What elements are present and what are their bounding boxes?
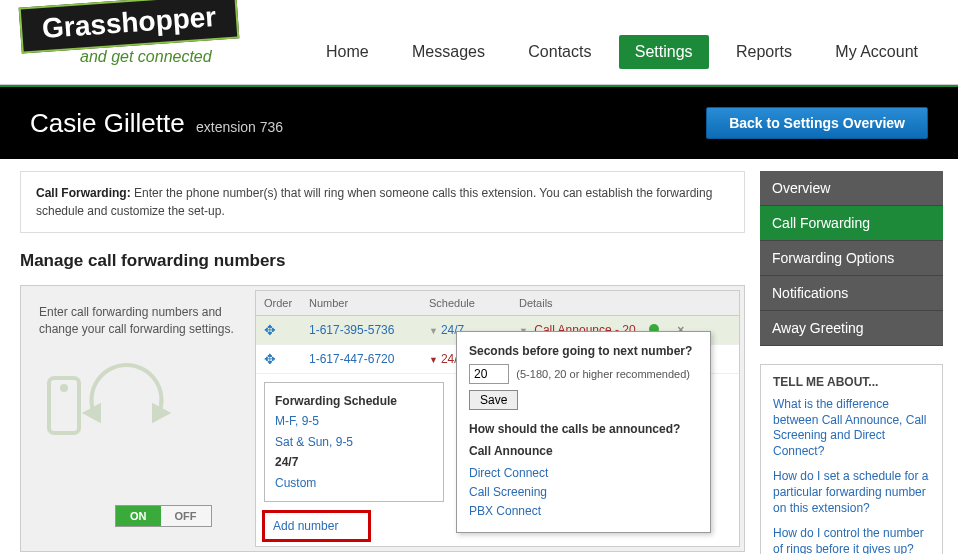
sidebar-item-away-greeting[interactable]: Away Greeting (760, 311, 943, 346)
user-name: Casie Gillette (30, 108, 185, 139)
app-header: Grasshopper and get connected Home Messa… (0, 0, 958, 85)
schedule-option-custom[interactable]: Custom (275, 473, 433, 493)
move-icon[interactable]: ✥ (264, 351, 276, 367)
panel-right: Order Number Schedule Details ✥ 1-617-39… (255, 290, 740, 547)
info-text: Enter the phone number(s) that will ring… (36, 186, 712, 218)
header-number: Number (301, 291, 421, 315)
info-box: Call Forwarding: Enter the phone number(… (20, 171, 745, 233)
nav-contacts[interactable]: Contacts (512, 35, 607, 69)
header-details: Details (511, 291, 739, 315)
save-button[interactable]: Save (469, 390, 518, 410)
schedule-box-title: Forwarding Schedule (275, 391, 433, 411)
toggle-on: ON (116, 506, 161, 526)
help-link[interactable]: How do I set a schedule for a particular… (773, 469, 930, 516)
schedule-option-selected[interactable]: 24/7 (275, 452, 433, 472)
tell-me-about: TELL ME ABOUT... What is the difference … (760, 364, 943, 554)
help-link[interactable]: How do I control the number of rings bef… (773, 526, 930, 554)
panel-desc: Enter call forwarding numbers and change… (39, 304, 241, 338)
schedule-option[interactable]: M-F, 9-5 (275, 411, 433, 431)
section-title: Manage call forwarding numbers (20, 251, 745, 271)
header-order: Order (256, 291, 301, 315)
popover-subtitle: Call Announce (469, 442, 698, 460)
seconds-input[interactable] (469, 364, 509, 384)
move-icon[interactable]: ✥ (264, 322, 276, 338)
schedule-box: Forwarding Schedule M-F, 9-5 Sat & Sun, … (264, 382, 444, 502)
add-number-link[interactable]: Add number (273, 519, 338, 533)
chevron-down-icon: ▼ (429, 326, 438, 336)
announce-option[interactable]: Direct Connect (469, 464, 698, 483)
seconds-hint: (5-180, 20 or higher recommended) (516, 368, 690, 380)
page-titlebar: Casie Gillette extension 736 Back to Set… (0, 87, 958, 159)
extension-label: extension 736 (196, 119, 283, 135)
add-number-highlight: Add number (262, 510, 371, 542)
logo-text: Grasshopper (19, 0, 240, 54)
nav-reports[interactable]: Reports (720, 35, 808, 69)
number-link[interactable]: 1-617-395-5736 (309, 323, 394, 337)
table-header: Order Number Schedule Details (256, 291, 739, 316)
svg-point-1 (62, 386, 66, 390)
nav-settings[interactable]: Settings (619, 35, 709, 69)
phone-graphic-icon (39, 358, 241, 451)
forwarding-toggle[interactable]: ON OFF (115, 505, 212, 527)
number-link[interactable]: 1-617-447-6720 (309, 352, 394, 366)
back-to-settings-button[interactable]: Back to Settings Overview (706, 107, 928, 139)
panel-left: Enter call forwarding numbers and change… (25, 290, 255, 547)
tell-me-title: TELL ME ABOUT... (773, 375, 930, 389)
popover-q2: How should the calls be announced? (469, 420, 698, 438)
nav-home[interactable]: Home (310, 35, 385, 69)
forwarding-panel: Enter call forwarding numbers and change… (20, 285, 745, 552)
chevron-down-icon: ▼ (429, 355, 438, 365)
top-nav: Home Messages Contacts Settings Reports … (306, 35, 938, 69)
nav-my-account[interactable]: My Account (819, 35, 934, 69)
popover-q1: Seconds before going to next number? (469, 342, 698, 360)
announce-option[interactable]: PBX Connect (469, 502, 698, 521)
sidebar-nav: Overview Call Forwarding Forwarding Opti… (760, 171, 943, 346)
help-link[interactable]: What is the difference between Call Anno… (773, 397, 930, 459)
sidebar-item-forwarding-options[interactable]: Forwarding Options (760, 241, 943, 276)
logo[interactable]: Grasshopper and get connected (20, 0, 238, 66)
sidebar-item-notifications[interactable]: Notifications (760, 276, 943, 311)
announce-option[interactable]: Call Screening (469, 483, 698, 502)
header-schedule: Schedule (421, 291, 511, 315)
sidebar-item-overview[interactable]: Overview (760, 171, 943, 206)
logo-tagline: and get connected (80, 48, 238, 66)
nav-messages[interactable]: Messages (396, 35, 501, 69)
schedule-option[interactable]: Sat & Sun, 9-5 (275, 432, 433, 452)
info-label: Call Forwarding: (36, 186, 131, 200)
sidebar-item-call-forwarding[interactable]: Call Forwarding (760, 206, 943, 241)
toggle-off: OFF (161, 506, 211, 526)
details-popover: Seconds before going to next number? (5-… (456, 331, 711, 533)
